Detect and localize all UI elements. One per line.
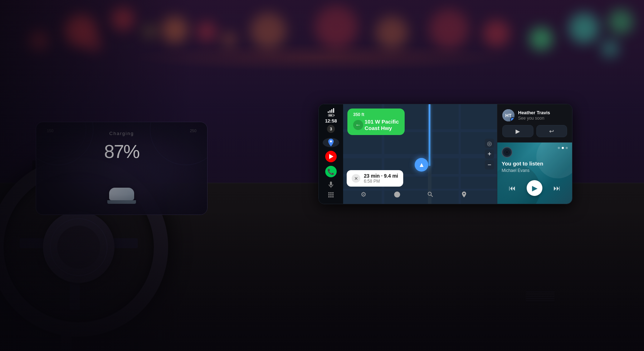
youtube-music-icon <box>325 151 337 162</box>
location-arrow: ▲ <box>415 158 428 172</box>
driver-cluster-display: 150 250 Charging 87% <box>36 122 208 215</box>
bokeh-12 <box>608 9 633 34</box>
directions-button[interactable] <box>391 188 404 201</box>
clock-display: 12:58 <box>325 118 337 124</box>
steering-column <box>61 330 72 351</box>
signal-bar-3 <box>331 109 332 113</box>
eta-separator: · <box>381 173 384 179</box>
message-sender-info: Heather Travis See you soon <box>518 110 550 121</box>
bokeh-2 <box>111 7 134 30</box>
hub-center <box>57 226 100 269</box>
eta-close-button[interactable]: ✕ <box>352 174 360 183</box>
contact-avatar: HT <box>502 109 514 121</box>
google-maps-icon <box>326 138 336 147</box>
youtube-music-button[interactable] <box>323 151 339 162</box>
road-h2 <box>343 154 497 158</box>
battery-icon <box>328 114 334 117</box>
microphone-button[interactable] <box>323 181 339 189</box>
bokeh-11 <box>569 13 599 43</box>
message-card: HT Heather Travis See you soon ▶ ↩ <box>497 104 572 143</box>
search-button[interactable] <box>424 188 437 201</box>
battery-terminal <box>334 115 335 116</box>
nav-arrow-icon: ← <box>355 122 361 128</box>
song-title: You got to listen <box>502 160 568 167</box>
zoom-out-button[interactable]: − <box>485 160 494 169</box>
notification-badge: 3 <box>327 125 335 133</box>
directions-icon <box>394 191 401 198</box>
prev-track-button[interactable]: ⏮ <box>506 181 519 195</box>
navigation-card[interactable]: 350 ft ← 101 W Pacific Coast Hwy <box>347 109 405 135</box>
bokeh-9 <box>483 20 510 47</box>
bokeh-15 <box>86 36 102 52</box>
play-pause-button[interactable]: ▶ <box>527 180 542 196</box>
signal-bar-2 <box>330 110 331 113</box>
song-artist: Michael Evans <box>502 168 568 173</box>
right-panel: HT Heather Travis See you soon ▶ ↩ <box>497 104 572 204</box>
message-preview: See you soon <box>518 116 550 121</box>
bokeh-6 <box>315 5 358 48</box>
horizon-glow <box>129 43 515 72</box>
cluster-vignette <box>36 122 207 215</box>
phone-icon-container: 📞 <box>325 166 337 177</box>
nav-distance: 350 ft <box>353 112 399 117</box>
steering-wheel-hub <box>43 211 114 283</box>
signal-bar-1 <box>328 111 329 113</box>
nav-street-line2: Coast Hwy <box>365 125 399 131</box>
vent-grille <box>526 292 555 301</box>
bokeh-4 <box>197 21 216 41</box>
nav-street-text: 101 W Pacific Coast Hwy <box>365 119 399 131</box>
bokeh-17 <box>143 25 156 38</box>
battery-fill <box>329 115 332 116</box>
play-message-button[interactable]: ▶ <box>502 125 533 137</box>
map-toolbar: ⚙ <box>347 188 481 201</box>
map-zoom-controls: ◎ + − <box>485 139 494 169</box>
status-bar: 12:58 3 <box>325 108 337 133</box>
route-line <box>429 104 430 166</box>
bokeh-10 <box>530 27 553 50</box>
google-maps-button[interactable] <box>323 138 339 147</box>
eta-arrival: 6:58 PM <box>364 179 398 184</box>
infotainment-display: 12:58 3 📞 <box>318 104 572 204</box>
search-icon <box>427 191 434 198</box>
reply-message-button[interactable]: ↩ <box>536 125 567 137</box>
message-header: HT Heather Travis See you soon <box>502 109 567 121</box>
eta-duration: 23 min <box>364 173 380 179</box>
apps-grid-icon <box>327 191 335 199</box>
bokeh-8 <box>429 9 469 48</box>
signal-indicator <box>328 108 334 113</box>
eta-info: 23 min · 9.4 mi 6:58 PM <box>364 173 398 184</box>
bokeh-13 <box>29 30 48 50</box>
bokeh-3 <box>161 16 188 43</box>
settings-button[interactable]: ⚙ <box>357 188 370 201</box>
play-triangle <box>329 154 333 159</box>
avatar-initial: HT <box>505 113 511 118</box>
signal-bar-4 <box>333 108 334 113</box>
app-sidebar: 12:58 3 📞 <box>319 104 343 204</box>
zoom-in-button[interactable]: + <box>485 149 494 159</box>
microphone-icon <box>327 181 335 189</box>
locate-me-button[interactable]: ◎ <box>485 139 494 148</box>
spoke-bottom <box>70 281 80 310</box>
bokeh-14 <box>601 39 619 57</box>
map-area[interactable]: 350 ft ← 101 W Pacific Coast Hwy ▲ ✕ 23 … <box>343 104 497 204</box>
sender-name: Heather Travis <box>518 110 550 115</box>
nav-street-line1: 101 W Pacific <box>365 119 399 125</box>
apps-button[interactable] <box>323 191 339 199</box>
nav-arrow-bg: ← <box>353 120 363 130</box>
song-info: You got to listen Michael Evans <box>497 143 572 177</box>
message-actions: ▶ ↩ <box>502 125 567 137</box>
eta-duration-distance: 23 min · 9.4 mi <box>364 173 398 179</box>
phone-icon: 📞 <box>327 168 335 175</box>
battery-icon-status <box>328 114 334 117</box>
eta-distance: 9.4 mi <box>384 173 398 179</box>
next-track-button[interactable]: ⏭ <box>550 181 564 195</box>
app-icon-dot <box>511 118 514 121</box>
phone-button[interactable]: 📞 <box>323 166 339 177</box>
svg-point-0 <box>330 140 332 142</box>
nav-street-container: ← 101 W Pacific Coast Hwy <box>353 119 399 131</box>
pin-button[interactable] <box>458 188 470 201</box>
pin-icon <box>460 191 468 198</box>
eta-card[interactable]: ✕ 23 min · 9.4 mi 6:58 PM <box>347 170 403 187</box>
music-controls: ⏮ ▶ ⏭ <box>497 177 572 201</box>
music-player-card: You got to listen Michael Evans ⏮ ▶ ⏭ <box>497 143 572 204</box>
